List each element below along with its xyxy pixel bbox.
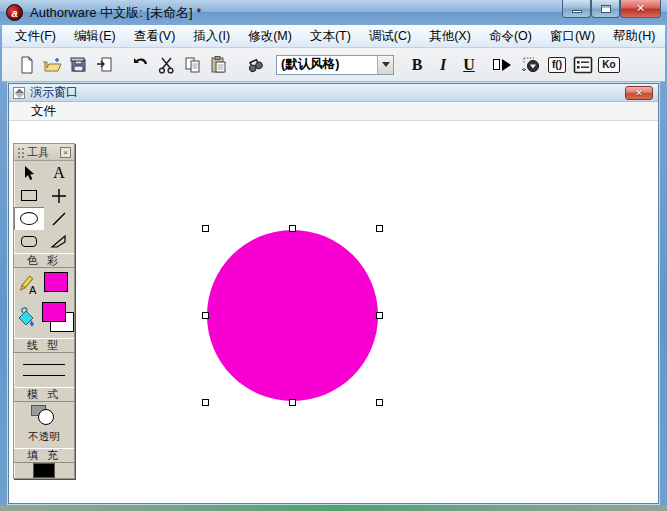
underline-button[interactable]: U [456, 52, 482, 78]
selection-handle-bottom-right[interactable] [376, 399, 383, 406]
import-icon [95, 55, 115, 75]
fill-foreground-swatch[interactable] [42, 302, 66, 322]
minimize-icon [572, 10, 582, 13]
text-style-dropdown[interactable]: (默认风格) [276, 55, 394, 75]
selection-handle-bottom-left[interactable] [202, 399, 209, 406]
presentation-titlebar[interactable]: 演示窗口 ✕ [9, 84, 658, 102]
tool-palette-header[interactable]: 工具 × [14, 144, 74, 161]
italic-button[interactable]: I [430, 52, 456, 78]
run-button[interactable] [492, 52, 518, 78]
presentation-window-icon [13, 87, 25, 99]
foreground-color-swatch[interactable] [44, 272, 68, 292]
straight-line-tool[interactable] [44, 184, 74, 207]
menu-item[interactable]: 修改(M) [239, 25, 301, 48]
toolbar: (默认风格) B I U f() [2, 48, 665, 82]
menu-item[interactable]: 帮助(H) [604, 25, 664, 48]
menu-item[interactable]: 命令(O) [480, 25, 541, 48]
paste-clipboard-icon [209, 55, 229, 75]
fill-section-header: 填 充 [14, 448, 74, 463]
diagonal-line-tool[interactable] [44, 207, 74, 230]
fill-bucket-icon[interactable] [16, 306, 38, 330]
cut-scissors-icon [157, 55, 177, 75]
opaque-mode-icon[interactable] [31, 405, 57, 429]
close-button[interactable]: ✕ [620, 0, 661, 18]
presentation-window: 演示窗口 ✕ 文件 工具 × [8, 83, 659, 504]
rounded-rectangle-tool[interactable] [14, 230, 44, 253]
text-tool-icon: A [53, 164, 65, 182]
find-button[interactable] [242, 52, 268, 78]
open-folder-icon [43, 55, 63, 75]
import-button[interactable] [92, 52, 118, 78]
rounded-rectangle-icon [21, 236, 37, 247]
fill-pattern-swatch[interactable] [33, 463, 55, 478]
presentation-canvas[interactable]: 工具 × A [9, 121, 658, 502]
presentation-title: 演示窗口 [30, 84, 78, 101]
menu-bar: 文件(F)编辑(E)查看(V)插入(I)修改(M)文本(T)调试(C)其他(X)… [2, 25, 665, 48]
selection-handle-mid-right[interactable] [376, 312, 383, 319]
undo-button[interactable] [128, 52, 154, 78]
knowledge-object-button[interactable]: Ko [596, 52, 622, 78]
menu-item[interactable]: 查看(V) [125, 25, 185, 48]
maximize-button[interactable] [591, 0, 620, 18]
polygon-icon [50, 234, 68, 249]
line-thickness-sample-1[interactable] [23, 364, 65, 365]
functions-icon: f() [548, 57, 566, 73]
functions-button[interactable]: f() [544, 52, 570, 78]
window-bottom-border [0, 505, 667, 511]
save-all-icon [69, 55, 89, 75]
drag-handle-icon[interactable] [17, 147, 24, 158]
control-panel-button[interactable] [518, 52, 544, 78]
tool-grid: A [14, 161, 74, 253]
ellipse-shape[interactable] [207, 230, 378, 401]
find-icon [245, 55, 265, 75]
pointer-tool[interactable] [14, 161, 44, 184]
window-title: Authorware 中文版: [未命名] * [30, 4, 201, 22]
variables-icon [573, 56, 593, 74]
paste-button[interactable] [206, 52, 232, 78]
presentation-menu-item[interactable]: 文件 [25, 101, 62, 122]
menu-item[interactable]: 文本(T) [301, 25, 360, 48]
pointer-arrow-icon [22, 165, 36, 181]
menu-item[interactable]: 其他(X) [420, 25, 480, 48]
menu-item[interactable]: 调试(C) [360, 25, 420, 48]
selection-handle-top-mid[interactable] [289, 225, 296, 232]
pen-color-icon[interactable]: A [17, 274, 39, 296]
menu-item[interactable]: 窗口(W) [541, 25, 604, 48]
selection-handle-mid-left[interactable] [202, 312, 209, 319]
text-style-value: (默认风格) [277, 56, 377, 73]
presentation-close-icon: ✕ [635, 88, 643, 98]
save-all-button[interactable] [66, 52, 92, 78]
tool-palette-title: 工具 [27, 145, 60, 160]
line-type-section-header: 线 型 [14, 338, 74, 353]
line-thickness-sample-2[interactable] [23, 375, 65, 376]
selection-handle-top-right[interactable] [376, 225, 383, 232]
undo-icon [131, 55, 151, 75]
bold-icon: B [412, 56, 423, 74]
menu-item[interactable]: 插入(I) [184, 25, 239, 48]
menu-item[interactable]: 编辑(E) [65, 25, 125, 48]
dropdown-arrow-icon[interactable] [377, 56, 393, 74]
titlebar[interactable]: a Authorware 中文版: [未命名] * ✕ [0, 0, 667, 25]
new-file-button[interactable] [14, 52, 40, 78]
mode-section: 不透明 [14, 402, 74, 448]
menu-item[interactable]: 文件(F) [6, 25, 65, 48]
svg-text:A: A [29, 284, 37, 296]
open-file-button[interactable] [40, 52, 66, 78]
minimize-button[interactable] [562, 0, 591, 18]
variables-button[interactable] [570, 52, 596, 78]
tool-palette: 工具 × A [13, 143, 75, 479]
selection-handle-bottom-mid[interactable] [289, 399, 296, 406]
bold-button[interactable]: B [404, 52, 430, 78]
selection-handle-top-left[interactable] [202, 225, 209, 232]
text-tool[interactable]: A [44, 161, 74, 184]
presentation-close-button[interactable]: ✕ [625, 86, 653, 100]
polygon-tool[interactable] [44, 230, 74, 253]
close-icon: ✕ [636, 2, 645, 15]
ellipse-tool[interactable] [14, 207, 44, 230]
diagonal-line-icon [51, 211, 67, 227]
mode-label: 不透明 [28, 430, 60, 444]
copy-button[interactable] [180, 52, 206, 78]
rectangle-tool[interactable] [14, 184, 44, 207]
cut-button[interactable] [154, 52, 180, 78]
tool-palette-close-button[interactable]: × [60, 147, 71, 158]
